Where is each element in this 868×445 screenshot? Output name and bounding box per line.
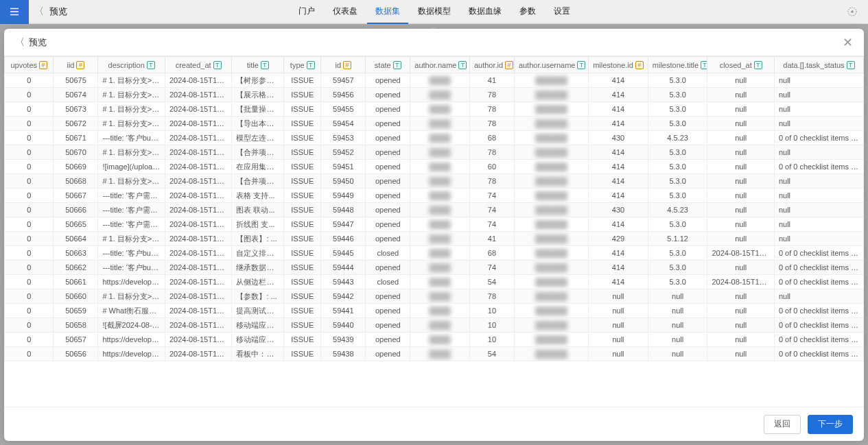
cell-type: ISSUE	[284, 174, 321, 189]
back-icon[interactable]: 〈	[29, 5, 49, 18]
tab-0[interactable]: 门户	[290, 0, 323, 24]
col-author_id[interactable]: author.id#	[469, 57, 514, 73]
col-author_username[interactable]: author.usernameT	[514, 57, 588, 73]
col-description[interactable]: descriptionT	[98, 57, 165, 73]
cell-id: 59451	[321, 160, 366, 174]
cell-created_at: 2024-08-15T18:11...	[165, 117, 231, 131]
table-row[interactable]: 050662---title: '客户bug'---...2024-08-15T…	[5, 261, 864, 275]
cell-author_name: ████	[410, 333, 470, 347]
col-author_name[interactable]: author.nameT	[410, 57, 470, 73]
table-row[interactable]: 050660# 1. 目标分支> 修...2024-08-15T14:09...…	[5, 289, 864, 304]
table-row[interactable]: 050661https://develop.he...2024-08-15T14…	[5, 275, 864, 289]
table-row[interactable]: 050674# 1. 目标分支> 修...2024-08-15T18:36...…	[5, 88, 864, 102]
table-row[interactable]: 050667---title: '客户需求'la...2024-08-15T16…	[5, 189, 864, 203]
cell-author_username: ██████	[514, 246, 588, 261]
col-task_status[interactable]: data.[].task_statusT	[774, 57, 863, 73]
cell-type: ISSUE	[284, 246, 321, 261]
cell-created_at: 2024-08-15T16:09...	[165, 203, 231, 217]
col-iid[interactable]: iid#	[54, 57, 98, 73]
cell-iid: 50665	[54, 217, 98, 232]
table-row[interactable]: 050666---title: '客户需求'la...2024-08-15T16…	[5, 203, 864, 217]
col-closed_at[interactable]: closed_atT	[707, 57, 774, 73]
cell-description: # 1. 目标分支> 修...	[98, 145, 165, 160]
cell-title: 继承数据集...	[232, 261, 284, 275]
menu-icon[interactable]	[0, 0, 29, 24]
cell-upvotes: 0	[5, 189, 54, 203]
cell-title: 模型左连接...	[232, 131, 284, 145]
table-row[interactable]: 050657https://develop.he...2024-08-15T12…	[5, 333, 864, 347]
table-row[interactable]: 050673# 1. 目标分支> 修...2024-08-15T18:26...…	[5, 102, 864, 117]
text-type-icon: T	[847, 61, 855, 69]
cell-state: closed	[366, 246, 410, 261]
page-title: 预览	[49, 5, 67, 18]
close-icon[interactable]: ✕	[843, 35, 853, 50]
tab-4[interactable]: 数据血缘	[460, 0, 510, 24]
cell-author_username: ██████	[514, 88, 588, 102]
cell-author_name: ████	[410, 304, 470, 318]
cell-author_id: 41	[469, 73, 514, 88]
table-row[interactable]: 050670# 1. 目标分支> 修...2024-08-15T16:55...…	[5, 145, 864, 160]
cell-state: opened	[366, 174, 410, 189]
topbar: 〈 预览 门户仪表盘数据集数据模型数据血缘参数设置	[0, 0, 868, 24]
modal-back-icon[interactable]: 〈	[15, 36, 29, 49]
col-milestone_title[interactable]: milestone.titleT	[648, 57, 707, 73]
cell-title: 看板中：查...	[232, 347, 284, 361]
tab-1[interactable]: 仪表盘	[325, 0, 366, 24]
table-row[interactable]: 050669![image](/uploads/...2024-08-15T16…	[5, 160, 864, 174]
tab-2[interactable]: 数据集	[367, 0, 408, 24]
cell-task_status: null	[774, 174, 863, 189]
back-button[interactable]: 返回	[764, 415, 801, 434]
table-row[interactable]: 050664# 1. 目标分支> 修...2024-08-15T15:38...…	[5, 232, 864, 246]
table-row[interactable]: 050659# What衡石服务作...2024-08-15T13:37...提…	[5, 304, 864, 318]
table-row[interactable]: 050665---title: '客户需求'la...2024-08-15T15…	[5, 217, 864, 232]
cell-created_at: 2024-08-15T17:16...	[165, 131, 231, 145]
cell-milestone_title: null	[648, 333, 707, 347]
table-row[interactable]: 050675# 1. 目标分支> 修...2024-08-15T18:45...…	[5, 73, 864, 88]
cell-id: 59447	[321, 217, 366, 232]
table-row[interactable]: 050656https://develop.he...2024-08-15T11…	[5, 347, 864, 361]
next-button[interactable]: 下一步	[808, 415, 853, 434]
cell-task_status: 0 of 0 checklist items com...	[774, 160, 863, 174]
table-row[interactable]: 050671---title: '客户bug'---...2024-08-15T…	[5, 131, 864, 145]
cell-title: 【合并项目...	[232, 145, 284, 160]
cell-type: ISSUE	[284, 145, 321, 160]
table-row[interactable]: 050658![截屏2024-08-15_1...2024-08-15T12:2…	[5, 318, 864, 333]
modal-body[interactable]: upvotes#iid#descriptionTcreated_atTtitle…	[4, 56, 864, 407]
table-row[interactable]: 050663---title: '客户bug'---...2024-08-15T…	[5, 246, 864, 261]
cell-title: 从侧边栏点...	[232, 275, 284, 289]
cell-author_id: 10	[469, 304, 514, 318]
cell-task_status: null	[774, 289, 863, 304]
cell-iid: 50659	[54, 304, 98, 318]
cell-type: ISSUE	[284, 131, 321, 145]
cell-task_status: null	[774, 189, 863, 203]
cell-author_id: 10	[469, 333, 514, 347]
col-label: description	[108, 61, 145, 69]
col-type[interactable]: typeT	[284, 57, 321, 73]
col-created_at[interactable]: created_atT	[165, 57, 231, 73]
cell-milestone_title: 4.5.23	[648, 203, 707, 217]
cell-milestone_title: 5.3.0	[648, 217, 707, 232]
cell-state: opened	[366, 289, 410, 304]
col-title[interactable]: titleT	[232, 57, 284, 73]
tab-6[interactable]: 设置	[546, 0, 578, 24]
cell-author_username: ██████	[514, 189, 588, 203]
cell-created_at: 2024-08-15T12:19...	[165, 333, 231, 347]
cell-description: ---title: '客户需求'la...	[98, 217, 165, 232]
col-id[interactable]: id#	[321, 57, 366, 73]
cell-milestone_id: 414	[589, 189, 648, 203]
col-upvotes[interactable]: upvotes#	[5, 57, 54, 73]
col-state[interactable]: stateT	[366, 57, 410, 73]
tab-5[interactable]: 参数	[511, 0, 544, 24]
cell-closed_at: null	[707, 261, 774, 275]
svg-point-4	[852, 11, 854, 13]
cell-iid: 50664	[54, 232, 98, 246]
cell-author_id: 74	[469, 203, 514, 217]
cell-description: # 1. 目标分支> 修...	[98, 88, 165, 102]
cell-state: opened	[366, 232, 410, 246]
tab-3[interactable]: 数据模型	[410, 0, 459, 24]
number-type-icon: #	[343, 61, 351, 69]
table-row[interactable]: 050672# 1. 目标分支> 修...2024-08-15T18:11...…	[5, 117, 864, 131]
table-row[interactable]: 050668# 1. 目标分支> 修...2024-08-15T16:42...…	[5, 174, 864, 189]
target-icon[interactable]	[846, 5, 858, 18]
col-milestone_id[interactable]: milestone.id#	[589, 57, 648, 73]
